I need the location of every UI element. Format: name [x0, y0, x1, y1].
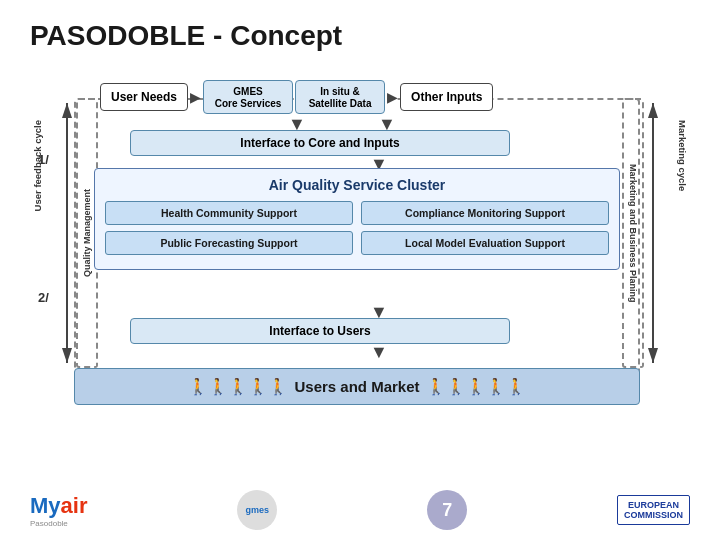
- users-market-row: 🚶🚶🚶🚶🚶 Users and Market 🚶🚶🚶🚶🚶: [74, 368, 640, 405]
- seven-logo: 7: [427, 490, 467, 530]
- marketing-cycle-label: Marketing cycle: [677, 120, 688, 191]
- arrow-right-2: ▶: [387, 89, 398, 105]
- num1-label: 1/: [38, 152, 49, 167]
- slide-title: PASODOBLE - Concept: [30, 20, 690, 52]
- myair-air: air: [61, 493, 88, 518]
- interface-users-box: Interface to Users: [130, 318, 510, 344]
- person-icons-right: 🚶🚶🚶🚶🚶: [426, 377, 526, 396]
- other-inputs-box: Other Inputs: [400, 83, 493, 111]
- arrow-right-1: ▶: [190, 89, 201, 105]
- health-box: Health Community Support: [105, 201, 353, 225]
- num2-label: 2/: [38, 290, 49, 305]
- logos-area: Myair Pasodoble gmes 7 EUROPEANCOMMISSIO…: [0, 490, 720, 530]
- arrow-down-5: ▼: [370, 342, 388, 363]
- eu-text: EUROPEANCOMMISSION: [624, 500, 683, 520]
- svg-marker-5: [648, 348, 658, 363]
- marketing-cycle-area: Marketing cycle: [677, 120, 688, 191]
- diagram-area: User feedback cycle 1/ 2/ Quality Manage…: [30, 70, 690, 460]
- slide: PASODOBLE - Concept User feedback cycle …: [0, 0, 720, 540]
- aqsc-title: Air Quality Service Cluster: [105, 177, 609, 193]
- gmes-logo: gmes: [237, 490, 277, 530]
- top-row: User Needs ▶ GMES Core Services In situ …: [74, 80, 640, 114]
- interface-core-box: Interface to Core and Inputs: [130, 130, 510, 156]
- myair-sub: Pasodoble: [30, 519, 87, 528]
- person-icons-left: 🚶🚶🚶🚶🚶: [188, 377, 288, 396]
- myair-logo: Myair Pasodoble: [30, 493, 87, 528]
- aqsc-box: Air Quality Service Cluster Health Commu…: [94, 168, 620, 270]
- svg-marker-2: [62, 348, 72, 363]
- gmes-box: GMES Core Services: [203, 80, 293, 114]
- myair-my: My: [30, 493, 61, 518]
- svg-marker-1: [62, 103, 72, 118]
- eu-logo: EUROPEANCOMMISSION: [617, 495, 690, 525]
- aqsc-row1: Health Community Support Compliance Moni…: [105, 201, 609, 225]
- compliance-box: Compliance Monitoring Support: [361, 201, 609, 225]
- seven-icon: 7: [442, 500, 452, 521]
- feedback-arrow-svg: [52, 98, 82, 368]
- users-market-label: Users and Market: [294, 378, 419, 395]
- aqsc-row2: Public Forecasting Support Local Model E…: [105, 231, 609, 255]
- local-model-box: Local Model Evaluation Support: [361, 231, 609, 255]
- public-forecasting-box: Public Forecasting Support: [105, 231, 353, 255]
- svg-marker-4: [648, 103, 658, 118]
- user-needs-box: User Needs: [100, 83, 188, 111]
- insitu-box: In situ & Satellite Data: [295, 80, 385, 114]
- marketing-arrow-svg: [638, 98, 668, 368]
- gmes-text: gmes: [246, 505, 270, 515]
